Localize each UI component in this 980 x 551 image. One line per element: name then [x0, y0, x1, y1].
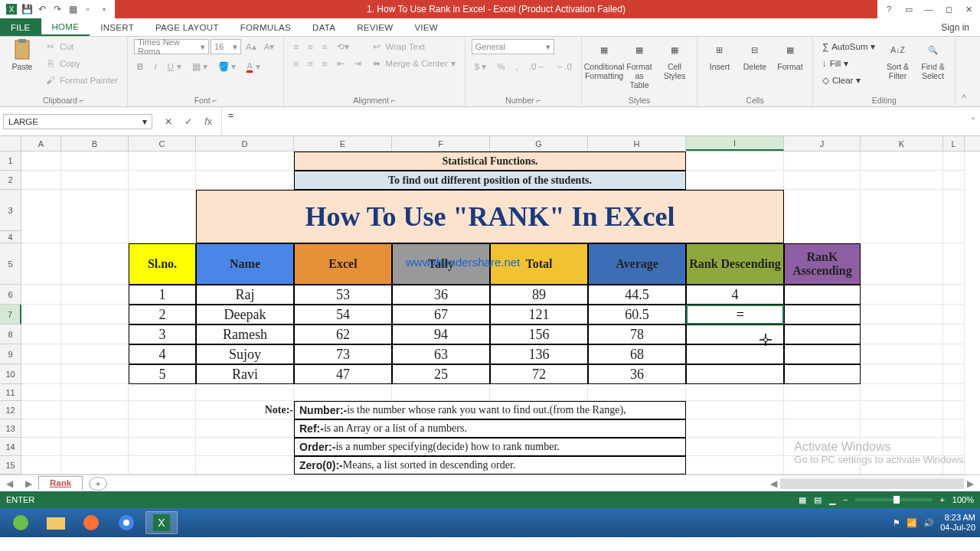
indent-dec-icon[interactable]: ⇤	[334, 56, 348, 71]
bold-button[interactable]: B	[134, 59, 146, 74]
tray-network-icon[interactable]: 📶	[906, 518, 917, 528]
row-header[interactable]: 8	[0, 324, 21, 344]
font-name-select[interactable]: Times New Roma▾	[134, 39, 209, 54]
row-header[interactable]: 15	[0, 456, 21, 474]
tray-flag-icon[interactable]: ⚑	[893, 518, 900, 528]
th-total[interactable]: Total	[490, 243, 588, 285]
cell-main-title[interactable]: How To Use "RANK" In EXcel	[196, 190, 784, 243]
qat-icon[interactable]: ▦	[66, 2, 80, 16]
th-tally[interactable]: Tally	[392, 243, 490, 285]
cell[interactable]: 3	[129, 324, 196, 344]
cell[interactable]: 25	[392, 364, 490, 384]
cell[interactable]: 4	[686, 285, 784, 305]
cell[interactable]: 78	[588, 324, 686, 344]
cell[interactable]: 68	[588, 344, 686, 364]
number-format-select[interactable]: General▾	[472, 39, 554, 54]
cell[interactable]: 67	[392, 305, 490, 324]
redo-icon[interactable]: ↷	[51, 2, 64, 16]
col-header[interactable]: E	[294, 136, 392, 151]
close-icon[interactable]: ✕	[962, 2, 975, 16]
cell[interactable]: 2	[129, 305, 196, 324]
format-painter-button[interactable]: 🖌Format Painter	[41, 73, 121, 88]
file-explorer-icon[interactable]	[40, 511, 72, 534]
formula-input[interactable]: =	[221, 107, 966, 136]
clear-button[interactable]: ◇ Clear ▾	[819, 73, 879, 88]
row-header[interactable]: 6	[0, 285, 21, 305]
col-header[interactable]: G	[490, 136, 588, 151]
minimize-icon[interactable]: —	[922, 2, 936, 16]
col-header[interactable]: J	[784, 136, 861, 151]
spreadsheet-grid[interactable]: www.thundershare.net Activate Windows Go…	[0, 136, 980, 474]
row-header[interactable]: 3	[0, 190, 21, 231]
row-header[interactable]: 10	[0, 364, 21, 384]
indent-inc-icon[interactable]: ⇥	[351, 56, 364, 71]
cell[interactable]: Sujoy	[196, 344, 294, 364]
cell[interactable]	[784, 364, 861, 384]
qat-customize-icon[interactable]	[96, 2, 110, 16]
view-break-icon[interactable]: ▁	[829, 495, 835, 505]
find-select-button[interactable]: 🔍Find & Select	[916, 39, 949, 80]
collapse-ribbon-icon[interactable]: ^	[956, 37, 972, 106]
fill-button[interactable]: ↓ Fill ▾	[819, 56, 879, 71]
note-text[interactable]: Number:-is the number whose rank you wan…	[294, 401, 686, 419]
th-slno[interactable]: Sl.no.	[129, 243, 196, 285]
cell[interactable]: 73	[294, 344, 392, 364]
row-header[interactable]: 5	[0, 243, 21, 285]
cell[interactable]: Ravi	[196, 364, 294, 384]
view-layout-icon[interactable]: ▤	[814, 495, 822, 505]
th-rank-desc[interactable]: Rank Descending	[686, 243, 784, 285]
tab-view[interactable]: VIEW	[403, 18, 449, 36]
zoom-in-icon[interactable]: +	[939, 495, 944, 504]
qat-icon[interactable]: ▫	[81, 2, 95, 16]
cell[interactable]: 156	[490, 324, 588, 344]
new-sheet-button[interactable]: +	[89, 477, 107, 491]
row-header[interactable]: 7	[0, 305, 21, 324]
copy-button[interactable]: ⎘Copy	[41, 56, 121, 71]
cell[interactable]: 89	[490, 285, 588, 305]
cell[interactable]: 94	[392, 324, 490, 344]
horizontal-scrollbar[interactable]: ◀▶	[107, 478, 980, 489]
tab-insert[interactable]: INSERT	[90, 18, 145, 36]
select-all-button[interactable]	[0, 136, 21, 151]
note-label[interactable]: Note:-	[196, 401, 294, 419]
delete-cells-button[interactable]: ⊟Delete	[739, 39, 771, 71]
cell[interactable]	[784, 285, 861, 305]
currency-icon[interactable]: $ ▾	[472, 59, 490, 74]
enter-formula-icon[interactable]: ✓	[181, 116, 195, 127]
cell[interactable]	[784, 324, 861, 344]
underline-button[interactable]: U ▾	[165, 59, 185, 74]
wrap-text-button[interactable]: ↩Wrap Text	[368, 39, 459, 54]
col-header[interactable]: I	[686, 136, 784, 151]
sort-filter-button[interactable]: A↓ZSort & Filter	[881, 39, 913, 80]
align-left-icon[interactable]: ≡	[290, 56, 302, 71]
dec-decimal-icon[interactable]: ←.0	[553, 59, 575, 74]
note-label[interactable]	[196, 419, 294, 438]
cell[interactable]	[784, 305, 861, 324]
tab-page-layout[interactable]: PAGE LAYOUT	[145, 18, 230, 36]
system-clock[interactable]: 8:23 AM 04-Jul-20	[940, 513, 975, 533]
zoom-slider[interactable]	[855, 498, 932, 501]
italic-button[interactable]: I	[151, 59, 159, 74]
cell[interactable]: 60.5	[588, 305, 686, 324]
start-button[interactable]	[5, 511, 37, 534]
cell[interactable]: 72	[490, 364, 588, 384]
conditional-formatting-button[interactable]: ▦Conditional Formatting	[588, 39, 620, 80]
save-icon[interactable]: 💾	[20, 2, 34, 16]
tab-data[interactable]: DATA	[302, 18, 346, 36]
cell[interactable]: 63	[392, 344, 490, 364]
cancel-formula-icon[interactable]: ✕	[162, 116, 175, 127]
tab-formulas[interactable]: FORMULAS	[230, 18, 302, 36]
decrease-font-icon[interactable]: A▾	[261, 39, 278, 54]
name-box[interactable]: LARGE▾	[3, 114, 152, 129]
row-header[interactable]: 2	[0, 171, 21, 190]
note-label[interactable]	[196, 456, 294, 474]
row-header[interactable]: 4	[0, 231, 21, 243]
cell[interactable]: 62	[294, 324, 392, 344]
ribbon-display-icon[interactable]: ▭	[902, 2, 916, 16]
row-header[interactable]: 1	[0, 152, 21, 171]
tab-home[interactable]: HOME	[41, 18, 90, 36]
format-cells-button[interactable]: ▦Format	[774, 39, 806, 71]
cell[interactable]: 53	[294, 285, 392, 305]
sheet-nav-prev-icon[interactable]: ◀	[0, 478, 19, 489]
cell[interactable]: 5	[129, 364, 196, 384]
